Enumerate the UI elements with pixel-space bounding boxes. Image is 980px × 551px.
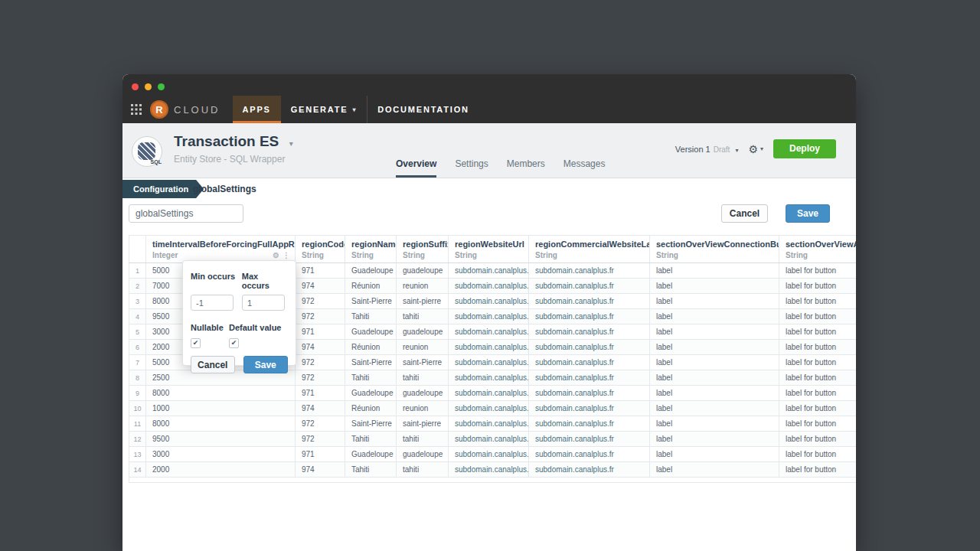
cell[interactable]: subdomain.canalplus.fr bbox=[449, 355, 529, 370]
cell[interactable]: subdomain.canalplus.fr bbox=[529, 279, 650, 294]
nullable-checkbox[interactable]: ✔ bbox=[191, 338, 201, 348]
cell[interactable]: Guadeloupe bbox=[345, 324, 397, 340]
cell[interactable]: label for button bbox=[779, 340, 857, 355]
cell[interactable]: subdomain.canalplus.fr bbox=[529, 340, 650, 355]
cell[interactable]: guadeloupe bbox=[397, 324, 449, 340]
cell[interactable]: label bbox=[650, 416, 779, 432]
cell[interactable]: subdomain.canalplus.fr bbox=[449, 432, 529, 447]
cell[interactable]: 971 bbox=[296, 263, 345, 279]
nav-item-documentation[interactable]: DOCUMENTATION bbox=[368, 96, 479, 123]
cell[interactable]: label for button bbox=[779, 462, 857, 478]
cell[interactable]: 3000 bbox=[146, 447, 296, 462]
cell[interactable]: saint-pierre bbox=[397, 294, 449, 309]
cell[interactable]: subdomain.canalplus.fr bbox=[449, 309, 529, 324]
cell[interactable]: label bbox=[650, 294, 779, 309]
cell[interactable]: subdomain.canalplus.fr bbox=[529, 432, 650, 447]
save-button[interactable]: Save bbox=[786, 204, 830, 223]
cell[interactable]: 8000 bbox=[146, 416, 296, 432]
cell[interactable]: 9500 bbox=[146, 432, 296, 447]
cell[interactable]: saint-pierre bbox=[397, 416, 449, 432]
cell[interactable]: label bbox=[650, 401, 779, 416]
cell[interactable]: 974 bbox=[296, 279, 345, 294]
cell[interactable]: 971 bbox=[296, 386, 345, 401]
cell[interactable]: label for button bbox=[779, 355, 857, 370]
cell[interactable]: subdomain.canalplus.fr bbox=[449, 401, 529, 416]
cell[interactable]: tahiti bbox=[397, 370, 449, 386]
cell[interactable]: Tahiti bbox=[345, 462, 397, 478]
cell[interactable]: reunion bbox=[397, 340, 449, 355]
cell[interactable]: 2000 bbox=[146, 462, 296, 478]
cancel-button[interactable]: Cancel bbox=[721, 204, 768, 223]
setting-name-input[interactable] bbox=[129, 204, 243, 223]
nav-item-generate[interactable]: GENERATE ▾ bbox=[281, 96, 368, 123]
cell[interactable]: 972 bbox=[296, 355, 345, 370]
column-header-sectionOverViewConnectionButton[interactable]: sectionOverViewConnectionButtonString bbox=[650, 236, 779, 263]
cell[interactable]: 8000 bbox=[146, 386, 296, 401]
cell[interactable]: label bbox=[650, 432, 779, 447]
cell[interactable]: label bbox=[650, 370, 779, 386]
cell[interactable]: 974 bbox=[296, 401, 345, 416]
cell[interactable]: label for button bbox=[779, 309, 857, 324]
cell[interactable]: subdomain.canalplus.fr bbox=[449, 462, 529, 478]
cell[interactable]: label bbox=[650, 309, 779, 324]
minimize-button[interactable] bbox=[145, 83, 152, 90]
cell[interactable]: label for button bbox=[779, 324, 857, 340]
column-header-regionWebsiteUrl[interactable]: regionWebsiteUrlString bbox=[449, 236, 529, 263]
cell[interactable]: tahiti bbox=[397, 462, 449, 478]
cell[interactable]: 974 bbox=[296, 340, 345, 355]
version-selector[interactable]: Version 1 Draft ▾ bbox=[675, 145, 739, 154]
cell[interactable]: Réunion bbox=[345, 401, 397, 416]
cell[interactable]: subdomain.canalplus.fr bbox=[529, 263, 650, 279]
cell[interactable]: saint-Pierre bbox=[397, 355, 449, 370]
cell[interactable]: label bbox=[650, 324, 779, 340]
cell[interactable]: Guadeloupe bbox=[345, 386, 397, 401]
cell[interactable]: subdomain.canalplus.fr bbox=[529, 416, 650, 432]
deploy-button[interactable]: Deploy bbox=[773, 139, 836, 158]
cell[interactable]: tahiti bbox=[397, 309, 449, 324]
cell[interactable]: label for button bbox=[779, 279, 857, 294]
cell[interactable]: subdomain.canalplus.fr bbox=[449, 386, 529, 401]
cell[interactable]: Saint-Pierre bbox=[345, 355, 397, 370]
cell[interactable]: 974 bbox=[296, 462, 345, 478]
default-value-checkbox[interactable]: ✔ bbox=[229, 338, 239, 348]
cell[interactable]: Saint-Pierre bbox=[345, 416, 397, 432]
cell[interactable]: subdomain.canalplus.fr bbox=[529, 309, 650, 324]
cell[interactable]: 971 bbox=[296, 447, 345, 462]
tab-members[interactable]: Members bbox=[507, 158, 545, 178]
cell[interactable]: 1000 bbox=[146, 401, 296, 416]
cell[interactable]: label for button bbox=[779, 294, 857, 309]
cell[interactable]: label for button bbox=[779, 263, 857, 279]
close-button[interactable] bbox=[132, 83, 139, 90]
cell[interactable]: label for button bbox=[779, 432, 857, 447]
cell[interactable]: guadeloupe bbox=[397, 447, 449, 462]
cell[interactable]: guadeloupe bbox=[397, 263, 449, 279]
cell[interactable]: label for button bbox=[779, 447, 857, 462]
cell[interactable]: subdomain.canalplus.fr bbox=[449, 416, 529, 432]
cell[interactable]: label bbox=[650, 462, 779, 478]
column-header-sectionOverViewAcc[interactable]: sectionOverViewAccString bbox=[779, 236, 857, 263]
title-caret-down-icon[interactable]: ▾ bbox=[289, 139, 293, 148]
column-gear-icon[interactable]: ⚙ bbox=[273, 251, 279, 259]
cell[interactable]: subdomain.canalplus.fr bbox=[449, 279, 529, 294]
cell[interactable]: subdomain.canalplus.fr bbox=[449, 447, 529, 462]
cell[interactable]: Saint-Pierre bbox=[345, 294, 397, 309]
popup-cancel-button[interactable]: Cancel bbox=[191, 356, 235, 373]
cell[interactable]: label bbox=[650, 340, 779, 355]
tab-settings[interactable]: Settings bbox=[455, 158, 488, 178]
cell[interactable]: subdomain.canalplus.fr bbox=[449, 263, 529, 279]
cell[interactable]: Réunion bbox=[345, 279, 397, 294]
column-header-regionCode[interactable]: regionCodeString bbox=[296, 236, 345, 263]
cell[interactable]: Guadeloupe bbox=[345, 263, 397, 279]
tab-overview[interactable]: Overview bbox=[396, 158, 436, 178]
maximize-button[interactable] bbox=[158, 83, 165, 90]
cell[interactable]: subdomain.canalplus.fr bbox=[529, 401, 650, 416]
cell[interactable]: subdomain.canalplus.fr bbox=[529, 355, 650, 370]
nav-item-apps[interactable]: APPS bbox=[233, 96, 281, 123]
cell[interactable]: subdomain.canalplus.fr bbox=[529, 370, 650, 386]
column-header-regionName[interactable]: regionNameString bbox=[345, 236, 397, 263]
column-header-timeIntervalBeforeForcingFullAppRestart[interactable]: timeIntervalBeforeForcingFullAppRestartI… bbox=[146, 236, 296, 263]
min-occurs-input[interactable] bbox=[191, 295, 234, 311]
column-header-regionCommercialWebsiteLabel[interactable]: regionCommercialWebsiteLabelString bbox=[529, 236, 650, 263]
cell[interactable]: label bbox=[650, 386, 779, 401]
cell[interactable]: subdomain.canalplus.fr bbox=[449, 324, 529, 340]
